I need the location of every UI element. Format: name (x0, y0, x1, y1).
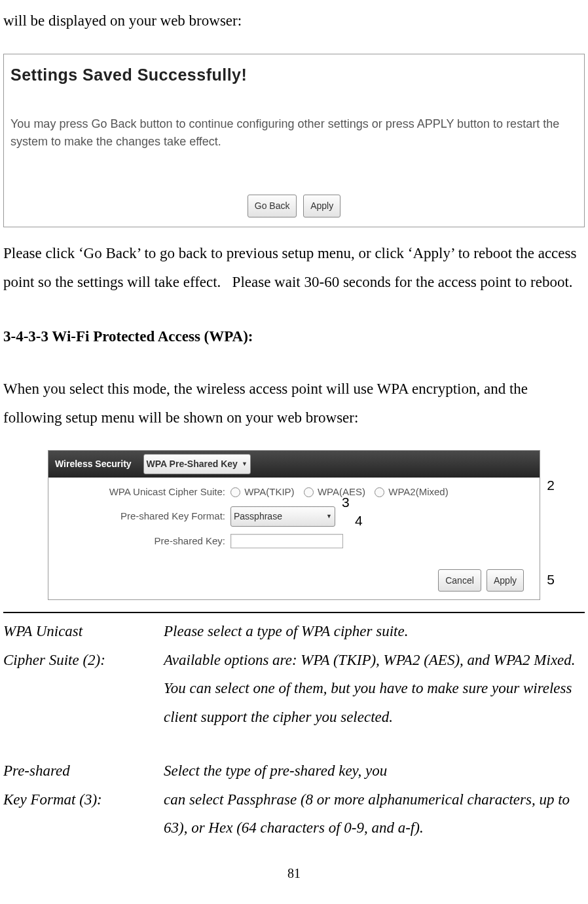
paragraph-goback-apply: Please click ‘Go Back’ to go back to pre… (3, 239, 585, 296)
cancel-button[interactable]: Cancel (438, 569, 481, 592)
callout-2: 2 (547, 472, 555, 499)
preshared-key-input[interactable] (230, 534, 343, 548)
def-cipher-line2: Available options are: WPA (TKIP), WPA2 … (164, 646, 585, 732)
saved-description: You may press Go Back button to continue… (10, 115, 578, 151)
key-format-row: Pre-shared Key Format: Passphrase ▼ (48, 506, 540, 527)
wpa-header: Wireless Security WPA Pre-Shared Key ▼ (48, 451, 540, 478)
callout-5: 5 (547, 567, 555, 593)
def-format-line1: Select the type of pre-shared key, you (164, 757, 585, 785)
term-format-line1: Pre-shared (3, 757, 164, 785)
cipher-suite-row: WPA Unicast Cipher Suite: WPA(TKIP) WPA(… (48, 483, 540, 502)
radio-label-mixed: WPA2(Mixed) (388, 486, 448, 497)
def-format-line2: can select Passphrase (8 or more alphanu… (164, 785, 585, 842)
apply-button-wpa[interactable]: Apply (487, 569, 524, 592)
preshared-key-row: Pre-shared Key: (48, 532, 540, 551)
wireless-security-select[interactable]: WPA Pre-Shared Key ▼ (143, 454, 251, 474)
def-cipher-line1: Please select a type of WPA cipher suite… (164, 617, 585, 646)
section-heading: 3-4-3-3 Wi-Fi Protected Access (WPA): (3, 322, 585, 351)
key-format-label: Pre-shared Key Format: (48, 507, 230, 526)
paragraph-wpa-intro: When you select this mode, the wireless … (3, 375, 585, 432)
wpa-settings-panel: Wireless Security WPA Pre-Shared Key ▼ W… (48, 450, 540, 600)
wireless-security-select-value: WPA Pre-Shared Key (147, 455, 238, 473)
go-back-button[interactable]: Go Back (248, 195, 297, 217)
description-table: WPA Unicast Please select a type of WPA … (3, 617, 585, 842)
intro-text: will be displayed on your web browser: (3, 7, 585, 35)
button-row: Go Back Apply (10, 190, 578, 219)
term-cipher-line1: WPA Unicast (3, 617, 164, 646)
apply-button[interactable]: Apply (303, 195, 340, 217)
key-format-select[interactable]: Passphrase ▼ (230, 506, 335, 527)
radio-label-tkip: WPA(TKIP) (244, 486, 294, 497)
chevron-down-icon: ▼ (326, 511, 332, 522)
wpa-button-row: Cancel Apply (48, 569, 540, 592)
radio-wpa-tkip[interactable] (230, 487, 240, 497)
radio-wpa-aes[interactable] (304, 487, 314, 497)
settings-saved-panel: Settings Saved Successfully! You may pre… (3, 54, 585, 227)
preshared-key-label: Pre-shared Key: (48, 532, 230, 551)
term-format-line2: Key Format (3): (3, 785, 164, 842)
wireless-security-label: Wireless Security (55, 455, 132, 473)
radio-wpa2-mixed[interactable] (375, 487, 384, 497)
callout-4: 4 (355, 508, 363, 534)
page-number: 81 (3, 861, 585, 886)
chevron-down-icon: ▼ (242, 459, 248, 470)
divider (3, 612, 585, 613)
saved-title: Settings Saved Successfully! (10, 60, 578, 91)
term-cipher-line2: Cipher Suite (2): (3, 646, 164, 732)
key-format-select-value: Passphrase (234, 508, 322, 525)
callout-3: 3 (342, 489, 350, 516)
cipher-suite-label: WPA Unicast Cipher Suite: (48, 483, 230, 502)
